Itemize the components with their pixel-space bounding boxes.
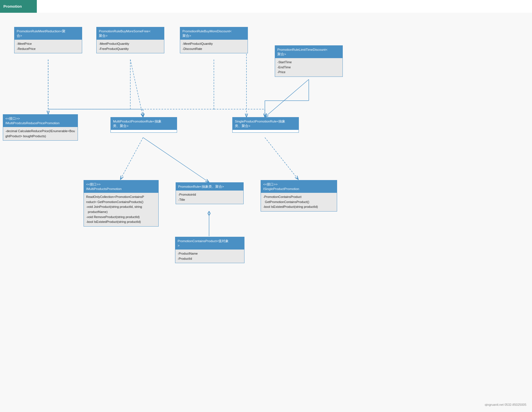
box-buy-more-some-free-body: -MeetProductQuantity-FreeProductQuantity: [97, 40, 164, 53]
svg-line-2: [130, 60, 143, 117]
box-imulti-products-promotion-body: ReadOnlyCollection<PromotionContainsProd…: [84, 193, 158, 226]
box-buy-more-discount-header: PromotionRuleBuyMoreDiscount<聚合>: [180, 27, 248, 40]
box-promotion-rule-body: -PromotoinId-Title: [176, 191, 243, 204]
box-promotion-contains-product: PromotionContainsProduct<值对象> -ProductNa…: [175, 237, 244, 263]
box-isingle-product-promotion: <<接口>>ISingleProductPromotion -Promotion…: [261, 180, 337, 212]
box-buy-more-discount: PromotionRuleBuyMoreDiscount<聚合> -MeetPr…: [180, 27, 248, 53]
box-limit-time-discount: PromotionRuleLimitTimeDiscount<聚合> -Star…: [275, 45, 343, 77]
box-imulti-reduce-body: -decimal CalculateReducePrice(IEnumerabl…: [3, 127, 78, 140]
box-imulti-reduce: <<接口>>IMultiProdcutsReducePricePromotion…: [3, 114, 78, 141]
box-single-product-rule: SingleProductPromotionRule<抽象类、聚合>: [232, 117, 299, 133]
box-promotion-rule-header: PromotionRule<抽象类、聚合>: [176, 183, 243, 191]
svg-line-3: [265, 79, 309, 117]
app-title: Promotion: [0, 0, 37, 13]
box-limit-time-discount-body: -StartTime-EndTime-Price: [275, 58, 342, 77]
box-limit-time-discount-header: PromotionRuleLimitTimeDiscount<聚合>: [275, 46, 342, 58]
watermark: qingruanit.net 0532-85025005: [485, 403, 526, 406]
box-buy-more-discount-body: -MeetProductQuantity-DiscountRate: [180, 40, 248, 53]
diagram-area: PromotionRuleMeetReduction<聚合> -MeetPric…: [0, 13, 532, 412]
box-imulti-products-promotion: <<接口>>IMultiProductsPromotion ReadOnlyCo…: [84, 180, 159, 227]
box-promotion-rule: PromotionRule<抽象类、聚合> -PromotoinId-Title: [176, 182, 244, 204]
box-multi-product-rule: MultiProductPromotionRule<抽象类、聚合>: [110, 117, 177, 133]
svg-line-4: [120, 138, 143, 179]
box-promotion-contains-product-header: PromotionContainsProduct<值对象>: [175, 237, 244, 250]
box-meet-reduction-body: -MeetPrice-ReducePrice: [14, 40, 82, 53]
box-single-product-rule-header: SingleProductPromotionRule<抽象类、聚合>: [233, 117, 299, 130]
box-imulti-reduce-header: <<接口>>IMultiProdcutsReducePricePromotion: [3, 115, 78, 127]
svg-line-5: [143, 138, 209, 182]
svg-line-6: [265, 138, 298, 179]
box-meet-reduction: PromotionRuleMeetReduction<聚合> -MeetPric…: [14, 27, 82, 53]
box-multi-product-rule-header: MultiProductPromotionRule<抽象类、聚合>: [111, 117, 177, 130]
box-promotion-contains-product-body: -ProductName-ProductId: [175, 250, 244, 263]
arrows-overlay: [0, 13, 532, 412]
box-isingle-product-promotion-body: -PromotionContainsProduct GetPromotionCo…: [261, 193, 337, 211]
box-buy-more-some-free-header: PromotionRuleBuyMoreSomeFree<聚合>: [97, 27, 164, 40]
box-isingle-product-promotion-header: <<接口>>ISingleProductPromotion: [261, 180, 337, 193]
box-meet-reduction-header: PromotionRuleMeetReduction<聚合>: [14, 27, 82, 40]
box-buy-more-some-free: PromotionRuleBuyMoreSomeFree<聚合> -MeetPr…: [96, 27, 164, 53]
box-imulti-products-promotion-header: <<接口>>IMultiProductsPromotion: [84, 180, 158, 193]
